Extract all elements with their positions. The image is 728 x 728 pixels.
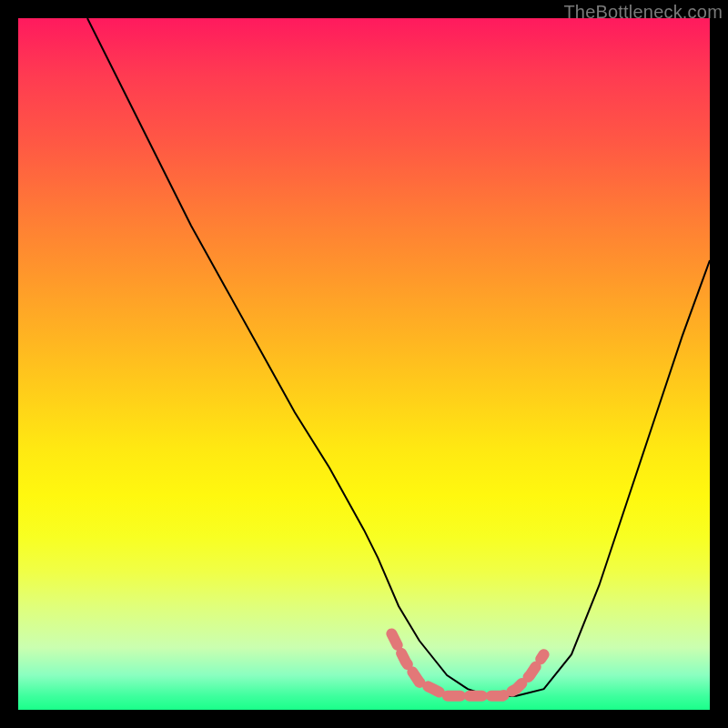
black-curve <box>87 18 710 696</box>
plot-area <box>18 18 710 710</box>
chart-frame: TheBottleneck.com <box>0 0 728 728</box>
watermark-text: TheBottleneck.com <box>563 2 723 23</box>
chart-lines <box>18 18 710 710</box>
pink-overlay-segment <box>391 633 543 695</box>
